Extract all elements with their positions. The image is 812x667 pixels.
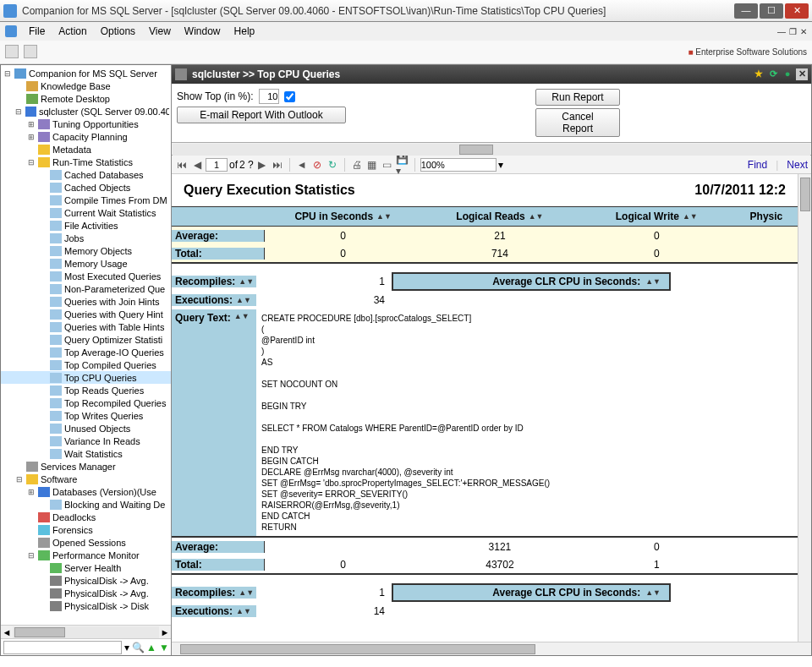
tree-label[interactable]: Capacity Planning [52, 132, 128, 142]
tree-label[interactable]: PhysicalDisk -> Disk [64, 601, 149, 611]
tree-node[interactable]: Top Writes Queries [1, 409, 171, 422]
tree-label[interactable]: Companion for MS SQL Server [29, 68, 157, 79]
next-page-icon[interactable]: ▶ [255, 158, 269, 172]
tree-node[interactable]: ⊞Tuning Opportunities [1, 118, 171, 130]
maximize-button[interactable]: ☐ [760, 3, 783, 19]
tree-label[interactable]: Queries with Table Hints [64, 322, 164, 332]
search-icon[interactable]: 🔍 [132, 642, 144, 653]
tree-node[interactable]: Services Manager [1, 460, 171, 473]
dropdown-icon[interactable]: ▾ [124, 642, 129, 653]
tree-label[interactable]: Top Recompiled Queries [64, 398, 166, 408]
tree-node[interactable]: Top CPU Queries [1, 371, 171, 384]
tree-node[interactable]: ⊞Databases (Version)(Use [1, 485, 171, 498]
tree-label[interactable]: Run-Time Statistics [52, 157, 133, 167]
sort-icon[interactable]: ▲▼ [239, 277, 254, 286]
email-report-button[interactable]: E-mail Report With Outlook [177, 107, 346, 123]
toolbar-btn-1[interactable] [5, 45, 19, 58]
tree-label[interactable]: Wait Statistics [64, 449, 123, 459]
cancel-report-button[interactable]: Cancel Report [535, 108, 620, 137]
tree-node[interactable]: Wait Statistics [1, 447, 171, 460]
report-hscroll[interactable] [172, 642, 811, 655]
tree-node[interactable]: Query Optimizer Statisti [1, 333, 171, 346]
tree-label[interactable]: Tuning Opportunities [52, 119, 139, 129]
tree-label[interactable]: Compile Times From DM [64, 195, 167, 205]
tree-label[interactable]: Deadlocks [52, 512, 96, 522]
down-icon[interactable]: ▼ [159, 642, 169, 653]
tree-label[interactable]: Performance Monitor [52, 550, 140, 560]
tree-label[interactable]: Non-Parameterized Que [64, 284, 165, 294]
menu-file[interactable]: File [22, 24, 52, 39]
expander-icon[interactable]: ⊟ [14, 107, 23, 116]
tree-label[interactable]: Databases (Version)(Use [52, 487, 156, 497]
tree-label[interactable]: Variance In Reads [64, 436, 140, 446]
tree-label[interactable]: Metadata [52, 145, 91, 155]
tree-label[interactable]: Queries with Join Hints [64, 297, 160, 307]
reload-icon[interactable]: ↻ [326, 158, 339, 172]
menu-view[interactable]: View [142, 24, 178, 39]
tree-node[interactable]: Forensics [1, 523, 171, 536]
sort-icon[interactable]: ▲▼ [234, 312, 250, 320]
stop-icon[interactable]: ⊘ [310, 158, 324, 172]
favorite-icon[interactable]: ★ [753, 68, 765, 80]
tree-label[interactable]: Forensics [52, 525, 93, 535]
menu-action[interactable]: Action [52, 24, 93, 39]
tree-label[interactable]: Jobs [64, 233, 84, 243]
print-icon[interactable]: 🖨 [350, 158, 364, 172]
page-input[interactable] [206, 158, 228, 172]
tree-label[interactable]: Memory Objects [64, 246, 132, 256]
expander-icon[interactable]: ⊟ [3, 69, 12, 78]
tree-node[interactable]: Metadata [1, 143, 171, 156]
tree-node[interactable]: ⊟sqlcluster (SQL Server 09.00.4060 [1, 105, 171, 118]
tree[interactable]: ⊟Companion for MS SQL ServerKnowledge Ba… [1, 65, 171, 625]
tree-node[interactable]: PhysicalDisk -> Disk [1, 599, 171, 612]
tree-node[interactable]: Deadlocks [1, 511, 171, 523]
tree-hscroll[interactable]: ◄ ► [1, 625, 171, 638]
up-icon[interactable]: ▲ [146, 642, 156, 653]
tree-node[interactable]: Queries with Table Hints [1, 320, 171, 333]
show-top-checkbox[interactable] [284, 91, 295, 102]
menu-options[interactable]: Options [94, 24, 142, 39]
pagesetup-icon[interactable]: ▭ [381, 158, 394, 172]
sort-icon[interactable]: ▲▼ [645, 277, 661, 286]
mdi-close[interactable]: ✕ [800, 27, 807, 36]
mdi-minimize[interactable]: — [777, 27, 786, 36]
tree-label[interactable]: Cached Databases [64, 170, 144, 180]
last-page-icon[interactable]: ⏭ [271, 158, 284, 172]
tree-label[interactable]: Most Executed Queries [64, 271, 161, 282]
tree-label[interactable]: Current Wait Statistics [64, 208, 156, 218]
expander-icon[interactable]: ⊟ [26, 158, 36, 167]
tree-node[interactable]: Jobs [1, 232, 171, 244]
tree-node[interactable]: Top Compiled Queries [1, 358, 171, 371]
tab-close-icon[interactable]: ✕ [796, 68, 808, 80]
menu-help[interactable]: Help [228, 24, 262, 39]
tree-node[interactable]: Non-Parameterized Que [1, 282, 171, 295]
tree-node[interactable]: Unused Objects [1, 422, 171, 435]
tree-label[interactable]: File Activities [64, 221, 118, 231]
hsplitter-1[interactable] [172, 142, 811, 156]
tree-label[interactable]: Top Writes Queries [64, 411, 143, 421]
tree-label[interactable]: Unused Objects [64, 424, 130, 434]
tree-search-input[interactable] [3, 641, 122, 654]
run-report-button[interactable]: Run Report [535, 89, 620, 106]
tree-node[interactable]: Memory Objects [1, 244, 171, 257]
tree-label[interactable]: Server Health [64, 563, 121, 573]
tree-node[interactable]: Opened Sessions [1, 536, 171, 549]
tree-node[interactable]: ⊞Capacity Planning [1, 130, 171, 143]
tree-label[interactable]: Top Average-IO Queries [64, 347, 164, 358]
tree-node[interactable]: Current Wait Statistics [1, 206, 171, 219]
sort-icon[interactable]: ▲▼ [239, 588, 254, 597]
export-icon[interactable]: 💾▾ [396, 158, 409, 172]
find-link[interactable]: Find [748, 159, 767, 171]
tree-label[interactable]: PhysicalDisk -> Avg. [64, 576, 149, 586]
tree-node[interactable]: Top Reads Queries [1, 384, 171, 396]
tree-node[interactable]: Cached Objects [1, 181, 171, 194]
tree-node[interactable]: Top Average-IO Queries [1, 346, 171, 358]
col-cpu[interactable]: CPU in Seconds [294, 210, 373, 222]
minimize-button[interactable]: — [734, 3, 758, 19]
expander-icon[interactable]: ⊞ [26, 488, 36, 496]
tree-node[interactable]: ⊟Companion for MS SQL Server [1, 67, 171, 79]
tree-node[interactable]: Remote Desktop [1, 92, 171, 105]
tree-node[interactable]: PhysicalDisk -> Avg. [1, 574, 171, 587]
tree-node[interactable]: Memory Usage [1, 257, 171, 270]
tree-node[interactable]: Variance In Reads [1, 435, 171, 447]
